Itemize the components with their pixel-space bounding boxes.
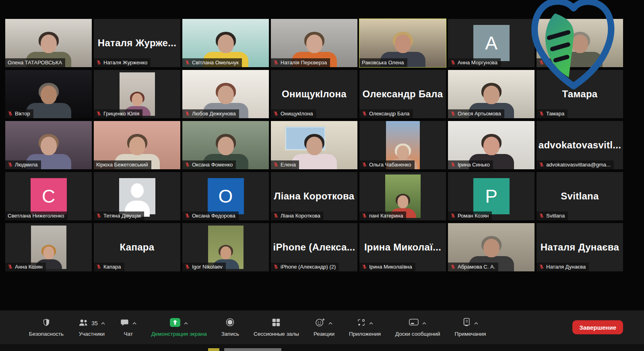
participant-name: Анна Моргунова — [458, 60, 497, 66]
apps-icon[interactable] — [357, 318, 366, 328]
participant-tile[interactable]: Svitlana Svitlana — [537, 172, 623, 220]
chevron-up-icon[interactable] — [184, 322, 188, 325]
participant-tile[interactable]: Людмила — [5, 121, 92, 169]
participant-tile[interactable]: Наталія Перєверза — [271, 19, 357, 67]
participant-name: Анна Козян — [15, 264, 43, 270]
participant-tile[interactable]: iPhone (Алекса... iPhone (Александр) (2) — [271, 223, 357, 271]
participant-tile[interactable]: Капара Капара — [94, 223, 180, 271]
zoom-meeting-window: Олена ТАТАРОВСЬКАНаталя Журже... Наталя … — [0, 0, 644, 351]
participant-tile[interactable]: Igor Nikolaev — [182, 223, 269, 271]
participant-name: Світлана Омельчук — [192, 60, 239, 66]
participant-tile[interactable]: Тетяна Дівущак — [94, 172, 180, 220]
participant-tile[interactable]: advokatovasvitl... advokatovasvitlana@gm… — [537, 121, 623, 169]
participant-tile[interactable]: Елена — [271, 121, 357, 169]
chevron-up-icon[interactable] — [422, 322, 427, 325]
toolbar-item-shield[interactable]: Безопасность — [29, 318, 64, 337]
participant-tile[interactable]: O Оксана Федорова — [182, 172, 269, 220]
mic-muted-icon — [539, 213, 544, 218]
participant-name-bar: Оксана Федорова — [182, 211, 239, 220]
participant-name-bar: Віктор — [5, 109, 33, 118]
share-screen-icon[interactable] — [169, 318, 181, 329]
shield-icon[interactable] — [42, 318, 51, 328]
mic-muted-icon — [8, 162, 13, 167]
participant-name-bar: Олена ТАТАРОВСЬКА — [5, 58, 65, 67]
mic-muted-icon — [539, 111, 544, 116]
participant-tile[interactable]: Гриценко Юлія — [94, 70, 180, 118]
toolbar-item-label: Доски сообщений — [395, 331, 440, 337]
toolbar-item-reactions[interactable]: Реакции — [314, 318, 334, 337]
participant-tile[interactable]: Абрамова С. А. — [448, 223, 535, 271]
participant-tile[interactable]: Олександр Бала Олександр Бала — [359, 70, 446, 118]
toolbar-item-chat[interactable]: Чат — [120, 318, 137, 337]
participant-tile[interactable]: Олеся Артьомова — [448, 70, 535, 118]
notes-icon[interactable] — [462, 318, 471, 328]
participant-name-bar: Наталія Перєверза — [271, 58, 330, 67]
participant-tile[interactable]: Наталя Дунаєва Наталя Дунаєва — [537, 223, 623, 271]
chat-icon[interactable] — [120, 318, 129, 328]
participant-tile[interactable]: Раковська Олена — [359, 19, 446, 67]
participant-name-bar: advokatovasvitlana@gma... — [537, 160, 614, 169]
participants-icon[interactable] — [78, 318, 89, 328]
mic-muted-icon — [539, 60, 544, 65]
participant-tile[interactable]: CСветлана Нижеголенко — [5, 172, 92, 220]
taskbar-app-sliver — [208, 348, 219, 351]
mic-muted-icon — [362, 111, 367, 116]
chevron-up-icon[interactable] — [474, 322, 479, 325]
mic-muted-icon — [362, 264, 367, 269]
participant-tile[interactable]: Ліана Короткова Ліана Короткова — [271, 172, 357, 220]
mic-muted-icon — [96, 111, 101, 116]
breakout-rooms-icon[interactable] — [272, 318, 281, 328]
participant-tile[interactable]: Віктор — [5, 70, 92, 118]
participant-tile[interactable]: Заїка — [537, 19, 623, 67]
participant-name-bar: Ірина Миколаївна — [359, 263, 415, 271]
toolbar-item-label: Реакции — [314, 331, 334, 337]
participant-tile[interactable]: P Роман Козян — [448, 172, 535, 220]
participant-name-bar: пані Катерина — [359, 211, 406, 220]
chevron-up-icon[interactable] — [369, 322, 374, 325]
toolbar-item-share-screen[interactable]: Демонстрация экрана — [151, 318, 207, 337]
participant-tile[interactable]: Оксана Фоменко — [182, 121, 269, 169]
toolbar-item-breakout-rooms[interactable]: Сессионные залы — [254, 318, 299, 337]
mic-muted-icon — [185, 264, 190, 269]
toolbar-item-participants[interactable]: 35Участники — [78, 318, 105, 337]
participant-tile[interactable]: Кірюха Бежетовський — [94, 121, 180, 169]
participant-tile[interactable]: Олена ТАТАРОВСЬКА — [5, 19, 92, 67]
participant-name-bar: Igor Nikolaev — [182, 263, 226, 271]
participant-name: ОнищукІлона — [281, 111, 313, 117]
participant-tile[interactable]: Світлана Омельчук — [182, 19, 269, 67]
toolbar-items: Безопасность35УчастникиЧатДемонстрация э… — [29, 318, 486, 337]
toolbar-item-record[interactable]: Запись — [221, 318, 239, 337]
end-meeting-button[interactable]: Завершение — [572, 320, 623, 335]
participant-name-bar: Заїка — [537, 58, 562, 67]
reactions-icon[interactable] — [315, 318, 325, 328]
toolbar-item-notes[interactable]: Примечания — [454, 318, 486, 337]
participant-name-bar: Любов Дежкунова — [182, 109, 239, 118]
participant-tile[interactable]: Ірина Синько — [448, 121, 535, 169]
participant-name-bar: Оксана Фоменко — [182, 160, 236, 169]
mic-muted-icon — [96, 264, 101, 269]
participant-tile[interactable]: Ірина Миколаї... Ірина Миколаївна — [359, 223, 446, 271]
participant-tile[interactable]: ОнищукІлона ОнищукІлона — [271, 70, 357, 118]
participant-tile[interactable]: A Анна Моргунова — [448, 19, 535, 67]
participant-tile[interactable]: Тамара Тамара — [537, 70, 623, 118]
toolbar-item-apps[interactable]: Приложения — [349, 318, 381, 337]
record-icon[interactable] — [225, 318, 235, 328]
silhouette-avatar — [119, 178, 155, 214]
participant-tile[interactable]: пані Катерина — [359, 172, 446, 220]
chevron-up-icon[interactable] — [328, 322, 333, 325]
participant-tile[interactable]: Анна Козян — [5, 223, 92, 271]
toolbar-item-whiteboards[interactable]: Доски сообщений — [395, 318, 440, 337]
taskbar-app-sliver — [224, 348, 281, 351]
toolbar-item-label: Примечания — [454, 331, 486, 337]
participant-tile[interactable]: Ольга Чабаненко — [359, 121, 446, 169]
chevron-up-icon[interactable] — [132, 322, 137, 325]
mic-muted-icon — [273, 213, 279, 218]
participant-name-bar: Капара — [94, 263, 124, 271]
participant-name: Елена — [281, 162, 296, 168]
whiteboards-icon[interactable] — [409, 318, 419, 328]
participant-tile[interactable]: Любов Дежкунова — [182, 70, 269, 118]
participant-name: Заїка — [546, 60, 559, 66]
chevron-up-icon[interactable] — [101, 322, 105, 325]
participant-tile[interactable]: Наталя Журже... Наталя Журженко — [94, 19, 180, 67]
participant-name: Абрамова С. А. — [458, 264, 495, 270]
